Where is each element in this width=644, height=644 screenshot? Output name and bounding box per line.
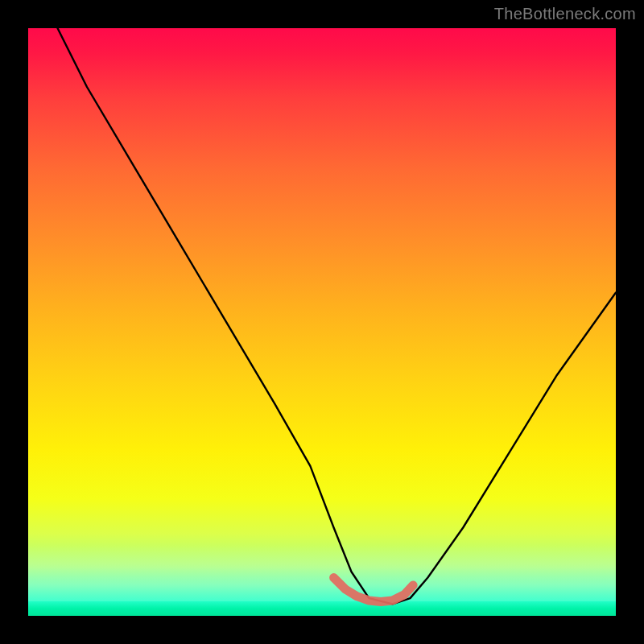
bottleneck-curve-path — [58, 28, 617, 604]
floor-marker-path — [334, 578, 414, 602]
plot-area — [28, 28, 616, 616]
watermark-text: TheBottleneck.com — [494, 5, 636, 23]
bottleneck-curve — [58, 28, 617, 604]
floor-marker — [334, 578, 414, 602]
curve-layer — [28, 28, 616, 616]
chart-frame: TheBottleneck.com — [0, 0, 644, 644]
